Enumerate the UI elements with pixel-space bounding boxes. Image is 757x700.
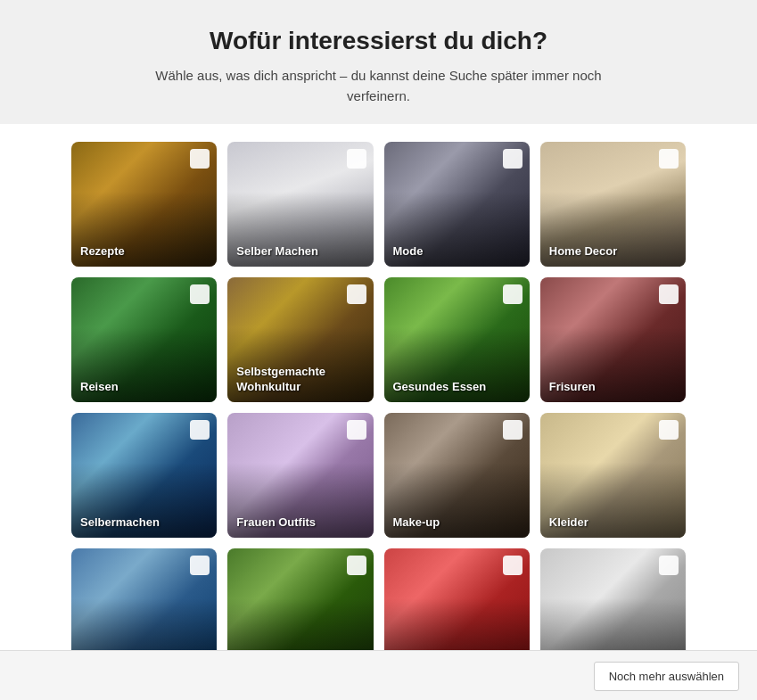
card-row4-2[interactable] (227, 548, 373, 650)
card-checkbox-gesundes-essen[interactable] (503, 284, 522, 304)
card-label-home-decor: Home Decor (549, 244, 618, 259)
load-more-button[interactable]: Noch mehr auswählen (594, 662, 739, 691)
card-checkbox-row4-4[interactable] (659, 556, 679, 575)
card-checkbox-selber-machen[interactable] (347, 149, 366, 169)
card-row4-4[interactable] (540, 548, 686, 650)
card-checkbox-row4-1[interactable] (190, 556, 210, 575)
card-label-kleider: Kleider (549, 515, 588, 531)
card-frisuren[interactable]: Frisuren (540, 277, 686, 402)
header: Wofür interessierst du dich? Wähle aus, … (0, 0, 757, 124)
card-frauen-outfits[interactable]: Frauen Outfits (227, 413, 373, 538)
card-checkbox-kleider[interactable] (659, 420, 679, 440)
card-reisen[interactable]: Reisen (71, 277, 217, 402)
card-checkbox-row4-3[interactable] (503, 556, 522, 575)
card-makeup[interactable]: Make-up (384, 413, 530, 538)
card-kleider[interactable]: Kleider (540, 413, 686, 538)
card-label-gesundes-essen: Gesundes Essen (393, 380, 487, 395)
card-mode[interactable]: Mode (384, 142, 530, 267)
page-container: Wofür interessierst du dich? Wähle aus, … (0, 0, 757, 700)
card-gesundes-essen[interactable]: Gesundes Essen (384, 277, 530, 402)
card-checkbox-wohnkultur[interactable] (347, 284, 366, 304)
grid-container: Rezepte Selber Machen Mode Home Decor Re… (0, 124, 757, 650)
page-title: Wofür interessierst du dich? (18, 27, 739, 55)
card-label-frauen-outfits: Frauen Outfits (236, 515, 316, 531)
card-checkbox-selbermachen[interactable] (190, 420, 210, 440)
card-label-selbermachen: Selbermachen (80, 515, 160, 531)
card-label-wohnkultur: Selbstgemachte Wohnkultur (236, 365, 373, 395)
card-checkbox-reisen[interactable] (190, 284, 210, 304)
card-label-selber-machen: Selber Machen (236, 244, 318, 259)
card-checkbox-row4-2[interactable] (347, 556, 366, 575)
card-home-decor[interactable]: Home Decor (540, 142, 686, 267)
card-row4-1[interactable] (71, 548, 217, 650)
card-selber-machen[interactable]: Selber Machen (227, 142, 373, 267)
card-rezepte[interactable]: Rezepte (71, 142, 217, 267)
card-checkbox-frisuren[interactable] (659, 284, 679, 304)
card-checkbox-makeup[interactable] (503, 420, 522, 440)
card-checkbox-mode[interactable] (503, 149, 522, 169)
card-label-makeup: Make-up (393, 515, 440, 531)
card-checkbox-home-decor[interactable] (659, 149, 679, 169)
card-label-reisen: Reisen (80, 380, 119, 395)
card-checkbox-rezepte[interactable] (190, 149, 210, 169)
card-label-frisuren: Frisuren (549, 380, 596, 395)
footer-bar: Noch mehr auswählen (0, 650, 757, 700)
card-selbermachen[interactable]: Selbermachen (71, 413, 217, 538)
card-label-rezepte: Rezepte (80, 244, 125, 259)
card-label-mode: Mode (393, 244, 424, 259)
interest-grid: Rezepte Selber Machen Mode Home Decor Re… (71, 142, 686, 650)
card-checkbox-frauen-outfits[interactable] (347, 420, 366, 440)
page-subtitle: Wähle aus, was dich anspricht – du kanns… (134, 66, 624, 106)
card-wohnkultur[interactable]: Selbstgemachte Wohnkultur (227, 277, 373, 402)
card-row4-3[interactable] (384, 548, 530, 650)
